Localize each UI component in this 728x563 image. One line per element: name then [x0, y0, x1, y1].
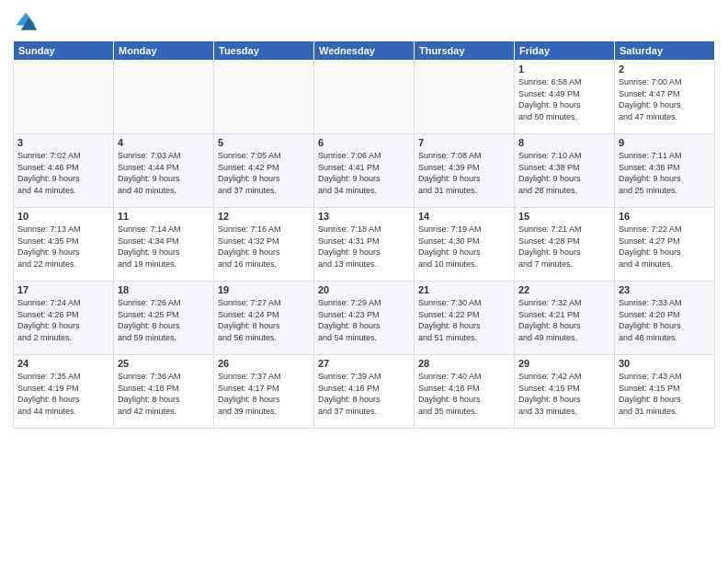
day-number: 14 — [418, 211, 510, 222]
calendar-cell — [114, 61, 214, 134]
calendar-cell: 29Sunrise: 7:42 AM Sunset: 4:15 PM Dayli… — [515, 355, 615, 429]
calendar-cell: 19Sunrise: 7:27 AM Sunset: 4:24 PM Dayli… — [214, 282, 314, 355]
calendar-cell: 30Sunrise: 7:43 AM Sunset: 4:15 PM Dayli… — [615, 355, 715, 429]
day-number: 29 — [518, 358, 610, 369]
weekday-header: Tuesday — [214, 41, 314, 61]
calendar-cell: 17Sunrise: 7:24 AM Sunset: 4:26 PM Dayli… — [14, 282, 114, 355]
calendar-cell: 24Sunrise: 7:35 AM Sunset: 4:19 PM Dayli… — [14, 355, 114, 429]
day-info: Sunrise: 7:40 AM Sunset: 4:16 PM Dayligh… — [418, 371, 510, 417]
day-info: Sunrise: 7:35 AM Sunset: 4:19 PM Dayligh… — [17, 371, 109, 417]
calendar-cell — [14, 61, 114, 134]
calendar-week-row: 10Sunrise: 7:13 AM Sunset: 4:35 PM Dayli… — [14, 208, 715, 282]
calendar-cell: 26Sunrise: 7:37 AM Sunset: 4:17 PM Dayli… — [214, 355, 314, 429]
day-number: 22 — [518, 284, 610, 295]
calendar-cell: 18Sunrise: 7:26 AM Sunset: 4:25 PM Dayli… — [114, 282, 214, 355]
day-info: Sunrise: 6:58 AM Sunset: 4:49 PM Dayligh… — [518, 76, 610, 122]
day-info: Sunrise: 7:00 AM Sunset: 4:47 PM Dayligh… — [619, 76, 711, 122]
day-number: 28 — [418, 358, 510, 369]
calendar-cell: 2Sunrise: 7:00 AM Sunset: 4:47 PM Daylig… — [615, 61, 715, 134]
day-number: 4 — [118, 137, 210, 148]
calendar-cell: 21Sunrise: 7:30 AM Sunset: 4:22 PM Dayli… — [415, 282, 515, 355]
calendar: SundayMondayTuesdayWednesdayThursdayFrid… — [13, 40, 715, 429]
calendar-cell: 4Sunrise: 7:03 AM Sunset: 4:44 PM Daylig… — [114, 134, 214, 208]
day-number: 30 — [619, 358, 711, 369]
calendar-cell: 1Sunrise: 6:58 AM Sunset: 4:49 PM Daylig… — [515, 61, 615, 134]
day-number: 24 — [17, 358, 109, 369]
calendar-week-row: 17Sunrise: 7:24 AM Sunset: 4:26 PM Dayli… — [14, 282, 715, 355]
day-info: Sunrise: 7:30 AM Sunset: 4:22 PM Dayligh… — [418, 297, 510, 343]
day-info: Sunrise: 7:11 AM Sunset: 4:36 PM Dayligh… — [619, 150, 711, 196]
day-info: Sunrise: 7:16 AM Sunset: 4:32 PM Dayligh… — [218, 224, 310, 270]
calendar-week-row: 3Sunrise: 7:02 AM Sunset: 4:46 PM Daylig… — [14, 134, 715, 208]
weekday-header: Wednesday — [314, 41, 415, 61]
logo-icon — [13, 9, 39, 35]
calendar-cell: 22Sunrise: 7:32 AM Sunset: 4:21 PM Dayli… — [515, 282, 615, 355]
day-info: Sunrise: 7:02 AM Sunset: 4:46 PM Dayligh… — [17, 150, 109, 196]
day-number: 8 — [518, 137, 610, 148]
day-info: Sunrise: 7:21 AM Sunset: 4:28 PM Dayligh… — [518, 224, 610, 270]
day-number: 19 — [218, 284, 310, 295]
calendar-cell: 13Sunrise: 7:18 AM Sunset: 4:31 PM Dayli… — [314, 208, 415, 282]
calendar-cell: 10Sunrise: 7:13 AM Sunset: 4:35 PM Dayli… — [14, 208, 114, 282]
day-info: Sunrise: 7:43 AM Sunset: 4:15 PM Dayligh… — [619, 371, 711, 417]
day-number: 21 — [418, 284, 510, 295]
day-number: 12 — [218, 211, 310, 222]
day-number: 16 — [619, 211, 711, 222]
day-info: Sunrise: 7:24 AM Sunset: 4:26 PM Dayligh… — [17, 297, 109, 343]
day-number: 2 — [619, 63, 711, 75]
day-info: Sunrise: 7:32 AM Sunset: 4:21 PM Dayligh… — [518, 297, 610, 343]
day-number: 25 — [118, 358, 210, 369]
day-info: Sunrise: 7:26 AM Sunset: 4:25 PM Dayligh… — [118, 297, 210, 343]
day-info: Sunrise: 7:06 AM Sunset: 4:41 PM Dayligh… — [318, 150, 410, 196]
calendar-cell: 12Sunrise: 7:16 AM Sunset: 4:32 PM Dayli… — [214, 208, 314, 282]
day-number: 10 — [17, 211, 109, 222]
calendar-cell: 7Sunrise: 7:08 AM Sunset: 4:39 PM Daylig… — [415, 134, 515, 208]
calendar-cell: 20Sunrise: 7:29 AM Sunset: 4:23 PM Dayli… — [314, 282, 415, 355]
calendar-cell: 11Sunrise: 7:14 AM Sunset: 4:34 PM Dayli… — [114, 208, 214, 282]
day-info: Sunrise: 7:29 AM Sunset: 4:23 PM Dayligh… — [318, 297, 410, 343]
day-number: 17 — [17, 284, 109, 295]
day-number: 20 — [318, 284, 410, 295]
day-info: Sunrise: 7:08 AM Sunset: 4:39 PM Dayligh… — [418, 150, 510, 196]
weekday-header: Saturday — [615, 41, 715, 61]
calendar-cell: 5Sunrise: 7:05 AM Sunset: 4:42 PM Daylig… — [214, 134, 314, 208]
day-number: 27 — [318, 358, 410, 369]
day-info: Sunrise: 7:03 AM Sunset: 4:44 PM Dayligh… — [118, 150, 210, 196]
day-info: Sunrise: 7:14 AM Sunset: 4:34 PM Dayligh… — [118, 224, 210, 270]
day-info: Sunrise: 7:36 AM Sunset: 4:18 PM Dayligh… — [118, 371, 210, 417]
header — [13, 9, 715, 35]
day-number: 11 — [118, 211, 210, 222]
weekday-header: Thursday — [415, 41, 515, 61]
weekday-header: Sunday — [14, 41, 114, 61]
day-info: Sunrise: 7:18 AM Sunset: 4:31 PM Dayligh… — [318, 224, 410, 270]
calendar-cell: 3Sunrise: 7:02 AM Sunset: 4:46 PM Daylig… — [14, 134, 114, 208]
day-info: Sunrise: 7:27 AM Sunset: 4:24 PM Dayligh… — [218, 297, 310, 343]
calendar-cell: 14Sunrise: 7:19 AM Sunset: 4:30 PM Dayli… — [415, 208, 515, 282]
day-number: 9 — [619, 137, 711, 148]
calendar-cell: 28Sunrise: 7:40 AM Sunset: 4:16 PM Dayli… — [415, 355, 515, 429]
day-info: Sunrise: 7:22 AM Sunset: 4:27 PM Dayligh… — [619, 224, 711, 270]
day-number: 1 — [518, 63, 610, 75]
calendar-cell — [415, 61, 515, 134]
day-info: Sunrise: 7:10 AM Sunset: 4:38 PM Dayligh… — [518, 150, 610, 196]
calendar-week-row: 24Sunrise: 7:35 AM Sunset: 4:19 PM Dayli… — [14, 355, 715, 429]
calendar-cell: 16Sunrise: 7:22 AM Sunset: 4:27 PM Dayli… — [615, 208, 715, 282]
day-info: Sunrise: 7:05 AM Sunset: 4:42 PM Dayligh… — [218, 150, 310, 196]
day-number: 3 — [17, 137, 109, 148]
day-number: 7 — [418, 137, 510, 148]
calendar-cell: 8Sunrise: 7:10 AM Sunset: 4:38 PM Daylig… — [515, 134, 615, 208]
calendar-cell: 9Sunrise: 7:11 AM Sunset: 4:36 PM Daylig… — [615, 134, 715, 208]
day-number: 5 — [218, 137, 310, 148]
day-number: 23 — [619, 284, 711, 295]
calendar-cell — [214, 61, 314, 134]
calendar-cell: 15Sunrise: 7:21 AM Sunset: 4:28 PM Dayli… — [515, 208, 615, 282]
calendar-week-row: 1Sunrise: 6:58 AM Sunset: 4:49 PM Daylig… — [14, 61, 715, 134]
day-number: 26 — [218, 358, 310, 369]
day-info: Sunrise: 7:39 AM Sunset: 4:16 PM Dayligh… — [318, 371, 410, 417]
calendar-cell: 23Sunrise: 7:33 AM Sunset: 4:20 PM Dayli… — [615, 282, 715, 355]
day-info: Sunrise: 7:37 AM Sunset: 4:17 PM Dayligh… — [218, 371, 310, 417]
calendar-cell — [314, 61, 415, 134]
calendar-cell: 6Sunrise: 7:06 AM Sunset: 4:41 PM Daylig… — [314, 134, 415, 208]
calendar-header-row: SundayMondayTuesdayWednesdayThursdayFrid… — [14, 41, 715, 61]
day-number: 15 — [518, 211, 610, 222]
